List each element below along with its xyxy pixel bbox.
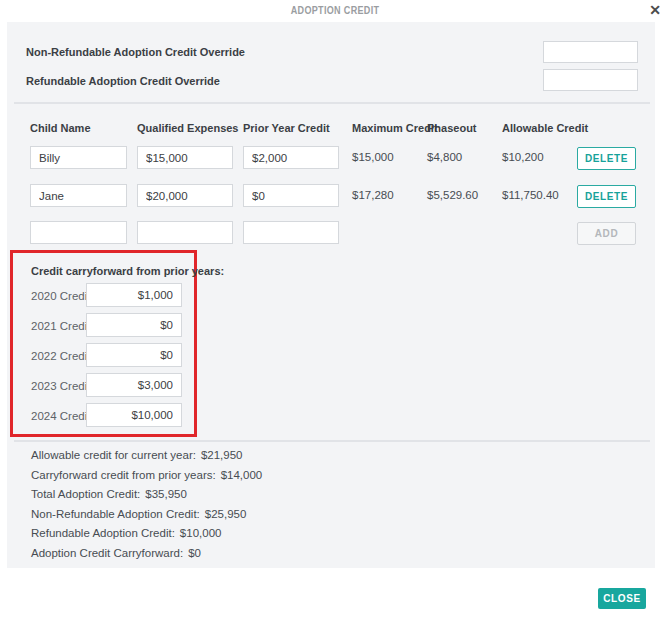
year-credit-input-2024[interactable] xyxy=(86,403,182,427)
child-name-input[interactable] xyxy=(30,184,127,207)
column-header-qualified-expenses: Qualified Expenses xyxy=(137,122,238,134)
year-credit-input-2022[interactable] xyxy=(86,343,182,367)
close-button[interactable]: CLOSE xyxy=(598,588,646,609)
summary-value: $14,000 xyxy=(221,469,263,481)
year-credit-label: 2021 Credit xyxy=(31,320,90,332)
maximum-credit-value: $15,000 xyxy=(352,151,394,163)
year-credit-input-2020[interactable] xyxy=(86,283,182,307)
section-divider xyxy=(14,102,650,104)
column-header-phaseout: Phaseout xyxy=(427,122,477,134)
prior-year-credit-input[interactable] xyxy=(243,184,339,207)
summary-label: Refundable Adoption Credit: xyxy=(31,527,175,539)
summary-line: Total Adoption Credit:$35,950 xyxy=(31,485,262,505)
column-header-child-name: Child Name xyxy=(30,122,91,134)
qualified-expenses-input[interactable] xyxy=(137,221,233,244)
summary-line: Carryforward credit from prior years:$14… xyxy=(31,466,262,486)
summary-value: $0 xyxy=(188,547,201,559)
year-credit-label: 2023 Credit xyxy=(31,380,90,392)
dialog-title: ADOPTION CREDIT xyxy=(0,4,670,16)
dialog-body-panel: Non-Refundable Adoption Credit Override … xyxy=(7,22,655,568)
summary-line: Refundable Adoption Credit:$10,000 xyxy=(31,524,262,544)
qualified-expenses-input[interactable] xyxy=(137,146,233,169)
nonrefundable-override-label: Non-Refundable Adoption Credit Override xyxy=(26,46,245,58)
column-header-prior-year-credit: Prior Year Credit xyxy=(243,122,330,134)
delete-button[interactable]: DELETE xyxy=(577,147,636,170)
child-name-input[interactable] xyxy=(30,146,127,169)
year-credit-label: 2020 Credit xyxy=(31,290,90,302)
column-header-maximum-credit: Maximum Credit xyxy=(352,122,438,134)
section-divider xyxy=(14,440,650,442)
adoption-credit-dialog: ADOPTION CREDIT ✕ Non-Refundable Adoptio… xyxy=(0,0,670,618)
prior-year-credit-input[interactable] xyxy=(243,146,339,169)
year-credit-input-2021[interactable] xyxy=(86,313,182,337)
summary-line: Non-Refundable Adoption Credit:$25,950 xyxy=(31,505,262,525)
column-header-allowable-credit: Allowable Credit xyxy=(502,122,588,134)
summary-label: Total Adoption Credit: xyxy=(31,488,140,500)
carryforward-heading: Credit carryforward from prior years: xyxy=(31,265,224,277)
summary-value: $25,950 xyxy=(205,508,247,520)
summary-label: Allowable credit for current year: xyxy=(31,449,196,461)
nonrefundable-override-input[interactable] xyxy=(543,41,638,63)
add-button[interactable]: ADD xyxy=(577,222,636,245)
summary-value: $10,000 xyxy=(180,527,222,539)
summary-value: $35,950 xyxy=(145,488,187,500)
maximum-credit-value: $17,280 xyxy=(352,189,394,201)
qualified-expenses-input[interactable] xyxy=(137,184,233,207)
year-credit-input-2023[interactable] xyxy=(86,373,182,397)
allowable-credit-value: $11,750.40 xyxy=(502,189,559,201)
phaseout-value: $5,529.60 xyxy=(427,189,478,201)
allowable-credit-value: $10,200 xyxy=(502,151,544,163)
summary-label: Adoption Credit Carryforward: xyxy=(31,547,183,559)
phaseout-value: $4,800 xyxy=(427,151,462,163)
year-credit-label: 2022 Credit xyxy=(31,350,90,362)
year-credit-label: 2024 Credit xyxy=(31,410,90,422)
summary-line: Adoption Credit Carryforward:$0 xyxy=(31,544,262,564)
close-icon[interactable]: ✕ xyxy=(649,2,661,18)
summary-line: Allowable credit for current year:$21,95… xyxy=(31,446,262,466)
summary-value: $21,950 xyxy=(201,449,243,461)
refundable-override-input[interactable] xyxy=(543,69,638,91)
summary-label: Carryforward credit from prior years: xyxy=(31,469,216,481)
delete-button[interactable]: DELETE xyxy=(577,185,636,208)
prior-year-credit-input[interactable] xyxy=(243,221,339,244)
summary-block: Allowable credit for current year:$21,95… xyxy=(31,446,262,564)
child-name-input[interactable] xyxy=(30,221,127,244)
summary-label: Non-Refundable Adoption Credit: xyxy=(31,508,200,520)
refundable-override-label: Refundable Adoption Credit Override xyxy=(26,75,220,87)
